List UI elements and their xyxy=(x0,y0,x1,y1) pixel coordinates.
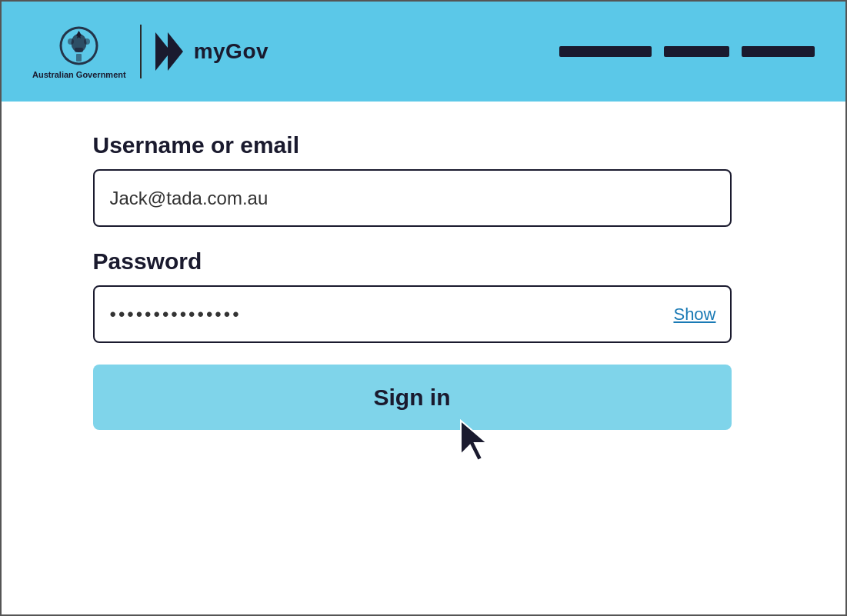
mygov-arrow-icon xyxy=(155,32,188,71)
login-form: Username or email Password Show Sign in xyxy=(39,102,809,461)
password-group: Password Show xyxy=(93,248,755,343)
svg-point-6 xyxy=(68,38,74,45)
nav-bar-2[interactable] xyxy=(664,46,729,57)
nav-bar-3[interactable] xyxy=(742,46,815,57)
username-label: Username or email xyxy=(93,132,755,158)
show-password-button[interactable]: Show xyxy=(673,305,715,325)
mygov-logo: myGov xyxy=(155,32,268,71)
sign-in-button[interactable]: Sign in xyxy=(93,365,732,430)
header-left: Australian Government myGov xyxy=(32,25,268,79)
password-wrapper: Show xyxy=(93,285,732,343)
mygov-title: myGov xyxy=(194,39,268,64)
username-group: Username or email xyxy=(93,132,755,227)
gov-label: Australian Government xyxy=(32,70,126,79)
svg-point-7 xyxy=(84,38,90,45)
gov-logo: Australian Government xyxy=(32,25,126,79)
header-nav xyxy=(559,46,815,57)
header-divider xyxy=(140,25,142,78)
password-label: Password xyxy=(93,248,755,275)
svg-marker-10 xyxy=(168,32,183,71)
svg-rect-8 xyxy=(76,54,82,62)
nav-bar-1[interactable] xyxy=(559,46,652,57)
username-input[interactable] xyxy=(93,169,732,227)
coat-of-arms-icon xyxy=(58,25,100,67)
password-input[interactable] xyxy=(93,285,732,343)
header: Australian Government myGov xyxy=(2,2,845,102)
svg-rect-5 xyxy=(75,48,83,52)
